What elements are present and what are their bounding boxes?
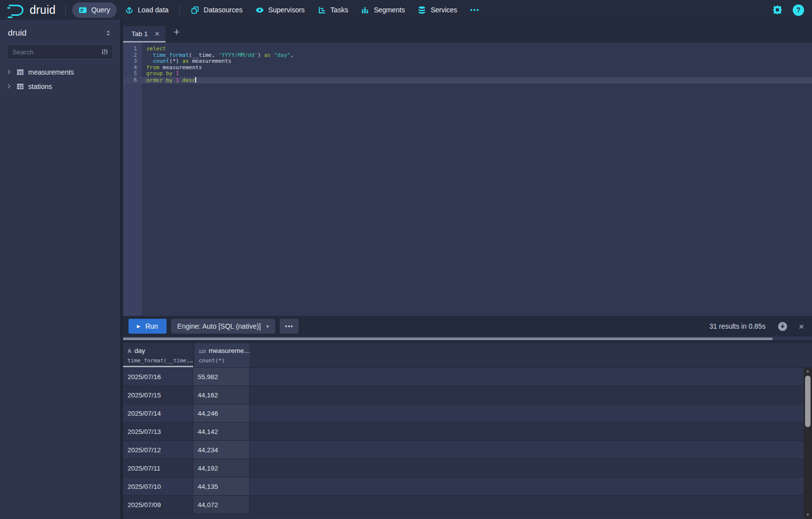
cell-measurements[interactable]: 44,246 [193, 404, 250, 422]
brand[interactable]: druid [5, 2, 61, 17]
cell-day[interactable]: 2025/07/12 [123, 441, 193, 459]
string-type-icon: A [128, 348, 131, 354]
sidebar-table-stations[interactable]: stations [0, 79, 120, 93]
cell-day[interactable]: 2025/07/14 [123, 404, 193, 422]
cell-day[interactable]: 2025/07/13 [123, 423, 193, 440]
cell-day[interactable]: 2025/07/10 [123, 477, 193, 495]
table-row[interactable]: 2025/07/1544,162 [123, 386, 812, 404]
add-tab-icon[interactable]: + [173, 27, 180, 38]
editor-line[interactable]: 5group by 1 [123, 71, 812, 77]
nav-item-load-data[interactable]: Load data [119, 0, 175, 20]
nav-item-supervisors[interactable]: Supervisors [249, 0, 311, 20]
scroll-down-icon[interactable]: ▼ [806, 512, 810, 518]
upload-icon [125, 6, 133, 14]
database-icon [418, 6, 426, 14]
schema-title: druid [8, 28, 27, 38]
editor-lines: 1select2 time_format(__time, 'YYYY/MM/dd… [123, 43, 812, 84]
bars-icon [361, 6, 369, 14]
nav-divider [65, 4, 66, 15]
cell-measurements[interactable]: 44,072 [193, 496, 250, 514]
table-row[interactable]: 2025/07/0944,072 [123, 496, 812, 514]
nav-item-label: Services [430, 6, 457, 14]
cell-measurements[interactable]: 44,142 [193, 423, 250, 440]
more-icon: ••• [470, 6, 478, 14]
nav-item-label: Tasks [331, 6, 348, 14]
code-text: group by 1 [142, 71, 179, 77]
table-tree: measurementsstations [0, 65, 120, 93]
cell-measurements[interactable]: 44,135 [193, 477, 250, 495]
cell-day[interactable]: 2025/07/11 [123, 459, 193, 477]
nav-item-label: Segments [374, 6, 405, 14]
query-more-button[interactable]: ••• [280, 319, 299, 334]
column-expression: time_format(__time,… [128, 357, 193, 364]
sql-editor[interactable]: 1select2 time_format(__time, 'YYYY/MM/dd… [123, 43, 812, 316]
sidebar-table-measurements[interactable]: measurements [0, 65, 120, 79]
scroll-up-icon[interactable]: ▲ [806, 368, 810, 374]
results-header: A day time_format(__time,… 123 measureme… [123, 343, 812, 368]
engine-select-button[interactable]: Engine: Auto [SQL (native)] ▾ [171, 319, 276, 334]
column-header-day[interactable]: A day time_format(__time,… [123, 343, 193, 367]
line-number: 6 [123, 77, 142, 84]
number-type-icon: 123 [199, 349, 206, 354]
tab-tab1[interactable]: Tab 1 × [123, 26, 166, 43]
eye-icon [256, 6, 264, 14]
run-button[interactable]: ▶ Run [128, 319, 167, 334]
close-results-icon[interactable]: × [799, 322, 804, 331]
nav-item-more[interactable]: ••• [464, 0, 485, 20]
help-icon[interactable]: ? [793, 4, 804, 16]
editor-gutter [123, 43, 142, 316]
line-number: 5 [123, 71, 142, 77]
column-name: day [134, 347, 145, 354]
results-scrollbar[interactable]: ▲ ▼ [804, 368, 812, 519]
editor-line[interactable]: 3 count(*) as measurements [123, 58, 812, 65]
editor-line[interactable]: 4from measurements [123, 65, 812, 71]
chevron-right-icon[interactable] [6, 69, 12, 75]
druid-logo-icon [6, 2, 26, 17]
sort-indicator [123, 366, 193, 367]
cell-measurements[interactable]: 44,192 [193, 459, 250, 477]
table-name: measurements [28, 68, 74, 76]
cell-day[interactable]: 2025/07/16 [123, 368, 193, 386]
table-row[interactable]: 2025/07/1144,192 [123, 459, 812, 477]
nav-divider [179, 4, 180, 15]
table-row[interactable]: 2025/07/1244,234 [123, 441, 812, 459]
brand-name: druid [30, 3, 56, 17]
nav-item-segments[interactable]: Segments [354, 0, 411, 20]
code-text: order by 1 desc [142, 77, 196, 84]
engine-label: Engine: Auto [SQL (native)] [177, 322, 261, 330]
close-tab-icon[interactable]: × [155, 30, 160, 38]
search-input[interactable] [12, 48, 101, 56]
nav-item-tasks[interactable]: Tasks [311, 0, 355, 20]
nav-item-services[interactable]: Services [411, 0, 464, 20]
cell-measurements[interactable]: 44,234 [193, 441, 250, 459]
download-icon[interactable] [777, 321, 788, 332]
line-number: 2 [123, 52, 142, 59]
tab-bar: Tab 1 × + [123, 20, 812, 43]
cell-measurements[interactable]: 55,982 [193, 368, 250, 386]
cell-measurements[interactable]: 44,162 [193, 386, 250, 404]
gantt-icon [318, 6, 326, 14]
table-row[interactable]: 2025/07/1344,142 [123, 423, 812, 441]
column-name: measureme… [209, 347, 250, 354]
column-header-measurements[interactable]: 123 measureme… count(*) [193, 343, 250, 367]
run-label: Run [145, 322, 158, 330]
cell-day[interactable]: 2025/07/09 [123, 496, 193, 514]
editor-line[interactable]: 6order by 1 desc [123, 77, 812, 84]
settings-gear-icon[interactable] [772, 5, 782, 15]
tab-label: Tab 1 [131, 30, 148, 38]
results-status: 31 results in 0.85s [709, 322, 766, 330]
double-caret-icon[interactable] [104, 29, 112, 37]
text-cursor [195, 77, 196, 83]
schema-sidebar: druid measurementsstations [0, 20, 120, 519]
nav-item-query[interactable]: Query [72, 2, 117, 18]
cell-day[interactable]: 2025/07/15 [123, 386, 193, 404]
chevron-right-icon[interactable] [6, 83, 12, 89]
nav-item-datasources[interactable]: Datasources [184, 0, 249, 20]
run-bar: ▶ Run Engine: Auto [SQL (native)] ▾ ••• … [123, 316, 812, 337]
table-row[interactable]: 2025/07/1044,135 [123, 477, 812, 496]
table-row[interactable]: 2025/07/1444,246 [123, 404, 812, 423]
table-row[interactable]: 2025/07/1655,982 [123, 368, 812, 386]
nav-item-label: Load data [138, 6, 169, 14]
scrollbar-thumb[interactable] [805, 376, 811, 427]
filter-sliders-icon[interactable] [101, 48, 109, 56]
